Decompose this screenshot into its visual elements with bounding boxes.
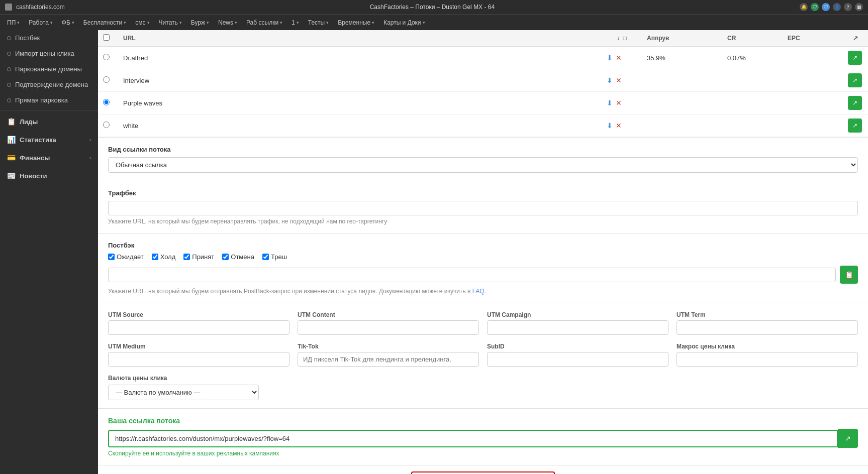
tiktok-label: Tik-Tok (298, 343, 479, 350)
landing-table-section: URL ↓ □ Аппрув CR EPC ↗ Dr.alfred (98, 30, 868, 137)
macro-input[interactable] (677, 352, 858, 367)
link-btn-white[interactable]: ↗ (848, 118, 862, 133)
appruv-purple-waves (642, 92, 722, 114)
table-row: Purple waves ⬇ ✕ ↗ (98, 92, 868, 114)
menu-icon[interactable]: ▦ (855, 3, 863, 11)
tab-url: cashfactories.com (16, 4, 65, 11)
link-btn-interview[interactable]: ↗ (848, 73, 862, 87)
faq-link[interactable]: FAQ (472, 288, 485, 295)
link-btn-dr-alfred[interactable]: ↗ (848, 51, 862, 65)
utm-content-input[interactable] (298, 320, 479, 335)
chevron-down-icon: ▾ (72, 20, 74, 25)
nav-item-besplatnosti[interactable]: Бесплатности ▾ (79, 17, 130, 28)
tiktok-input[interactable] (298, 352, 479, 367)
utm-content-group: UTM Content (298, 311, 479, 335)
chevron-down-icon: ▾ (372, 20, 374, 25)
utm-content-label: UTM Content (298, 311, 479, 318)
currency-label: Валюта цены клика (108, 375, 259, 382)
flow-link-input[interactable] (108, 430, 838, 447)
radio-dr-alfred[interactable] (103, 54, 110, 60)
utm-grid-top: UTM Source UTM Content UTM Campaign UTM … (108, 311, 858, 335)
sidebar-item-lidy[interactable]: 📋 Лиды (0, 112, 98, 131)
table-row: white ⬇ ✕ ↗ (98, 114, 868, 137)
nav-item-pp[interactable]: ПП ▾ (3, 17, 24, 28)
checkbox-prinyat: Принят (183, 253, 214, 261)
lidy-icon: 📋 (7, 117, 16, 126)
utm-source-input[interactable] (108, 320, 290, 335)
nav-item-burzh[interactable]: Бурж ▾ (187, 17, 213, 28)
delete-icon[interactable]: ✕ (616, 122, 622, 130)
copy-postback-btn[interactable]: 📋 (840, 266, 858, 284)
bell-icon[interactable]: 🔔 (800, 3, 808, 11)
checkbox-hold-input[interactable] (152, 254, 158, 260)
help-icon[interactable]: ? (844, 3, 852, 11)
currency-group: Валюта цены клика — Валюта по умолчанию … (108, 375, 259, 400)
download-api-btn[interactable]: Скачать API-файл для отправки лидов (411, 471, 555, 474)
utm-term-input[interactable] (677, 320, 858, 335)
appruv-dr-alfred: 35.9% (642, 47, 722, 69)
nav-item-1[interactable]: 1 ▾ (287, 17, 303, 28)
epc-white (783, 114, 843, 137)
checkbox-ozhydaet-input[interactable] (108, 254, 115, 260)
sidebar-item-postbek[interactable]: Постбек (0, 30, 98, 46)
postback-url-input[interactable] (108, 268, 836, 282)
radio-interview[interactable] (103, 76, 110, 83)
nav-item-sms[interactable]: смс ▾ (131, 17, 153, 28)
trafficback-input[interactable] (108, 201, 858, 215)
nav-item-fb[interactable]: ФБ ▾ (58, 17, 78, 28)
nav-bar: ПП ▾ Работа ▾ ФБ ▾ Бесплатности ▾ смс ▾ … (0, 14, 868, 30)
utm-source-group: UTM Source (108, 311, 290, 335)
download-icon[interactable]: ⬇ (607, 54, 613, 62)
nav-item-news[interactable]: News ▾ (214, 17, 241, 28)
sidebar-item-import[interactable]: Импорт цены клика (0, 46, 98, 61)
utm-campaign-input[interactable] (487, 320, 668, 335)
checkbox-otmena: Отмена (222, 253, 254, 261)
delete-icon[interactable]: ✕ (616, 76, 622, 84)
flow-link-open-btn[interactable]: ↗ (838, 429, 858, 448)
url-interview: Interview (118, 69, 602, 92)
select-all-checkbox[interactable] (103, 34, 110, 41)
novosti-icon: 📰 (7, 172, 16, 180)
nav-item-chitat[interactable]: Читать ▾ (155, 17, 186, 28)
window-title: CashFactories – Потоки – Duston Gel MX -… (69, 4, 796, 11)
dot-icon (7, 98, 11, 102)
sidebar-item-pryamaya[interactable]: Прямая парковка (0, 92, 98, 108)
sidebar-item-parkovannye[interactable]: Паркованные домены (0, 61, 98, 77)
url-dr-alfred: Dr.alfred (118, 47, 602, 69)
chevron-down-icon: ▾ (147, 20, 150, 25)
chevron-down-icon: ▾ (50, 20, 53, 25)
nav-item-testy[interactable]: Тесты ▾ (304, 17, 333, 28)
utm-medium-input[interactable] (108, 352, 290, 367)
postback-section: Постбэк Ожидает Холд Принят Отмена (98, 233, 868, 303)
checkbox-prinyat-input[interactable] (183, 254, 190, 260)
sidebar-item-podtverzhdenie[interactable]: Подтверждение домена (0, 77, 98, 92)
shield-blue-icon[interactable]: 🛡 (822, 3, 830, 11)
nav-item-rab-ssylki[interactable]: Раб ссылки ▾ (242, 17, 286, 28)
profile-icon[interactable]: 👤 (833, 3, 841, 11)
download-icon[interactable]: ⬇ (607, 122, 613, 130)
delete-icon[interactable]: ✕ (616, 54, 622, 62)
link-type-select[interactable]: Обычная ссылка (108, 157, 858, 173)
subid-label: SubID (487, 343, 668, 350)
delete-icon[interactable]: ✕ (616, 99, 622, 107)
checkbox-otmena-input[interactable] (222, 254, 229, 260)
nav-item-karty-i-doki[interactable]: Карты и Доки ▾ (379, 17, 429, 28)
sidebar-item-finansy[interactable]: 💳 Финансы › (0, 149, 98, 167)
currency-select[interactable]: — Валюта по умолчанию — (108, 385, 259, 400)
download-icon[interactable]: ⬇ (607, 99, 613, 107)
download-icon[interactable]: ⬇ (607, 76, 613, 84)
dot-icon (7, 83, 11, 87)
checkbox-tresh-input[interactable] (262, 254, 269, 260)
sidebar-item-statistika[interactable]: 📊 Статистика › (0, 131, 98, 149)
sidebar-item-novosti[interactable]: 📰 Новости (0, 167, 98, 185)
subid-input[interactable] (487, 352, 668, 367)
radio-white[interactable] (103, 122, 110, 128)
shield-green-icon[interactable]: 🛡 (811, 3, 819, 11)
flow-link-row: ↗ (108, 429, 858, 448)
link-btn-purple-waves[interactable]: ↗ (848, 96, 862, 110)
radio-purple-waves[interactable] (103, 99, 110, 105)
nav-item-vremennye[interactable]: Временные ▾ (334, 17, 378, 28)
nav-item-rabota[interactable]: Работа ▾ (25, 17, 57, 28)
table-row: Interview ⬇ ✕ ↗ (98, 69, 868, 92)
main-content: URL ↓ □ Аппрув CR EPC ↗ Dr.alfred (98, 30, 868, 474)
